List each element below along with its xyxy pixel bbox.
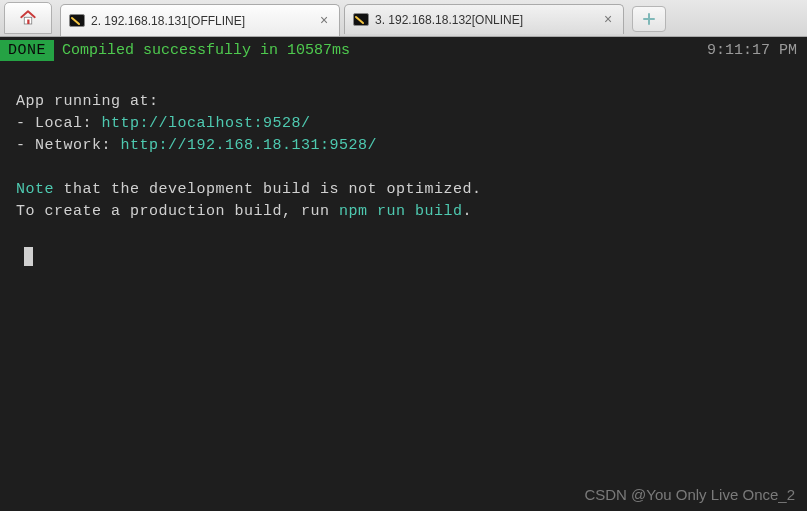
local-url: http://localhost:9528/ bbox=[102, 115, 311, 132]
compiled-message: Compiled successfully in 10587ms bbox=[62, 42, 350, 59]
svg-rect-1 bbox=[27, 20, 29, 25]
home-icon bbox=[19, 9, 37, 27]
plus-icon bbox=[643, 13, 655, 25]
terminal-output: App running at: - Local: http://localhos… bbox=[0, 63, 807, 266]
build-pre: To create a production build, run bbox=[16, 203, 339, 220]
local-url-line: - Local: http://localhost:9528/ bbox=[16, 113, 791, 135]
svg-rect-2 bbox=[70, 14, 85, 26]
note-line: Note that the development build is not o… bbox=[16, 179, 791, 201]
local-label: - Local: bbox=[16, 115, 102, 132]
build-post: . bbox=[463, 203, 473, 220]
tab-2-label: 3. 192.168.18.132[ONLINE] bbox=[375, 13, 595, 27]
build-cmd: npm run build bbox=[339, 203, 463, 220]
network-url-line: - Network: http://192.168.18.131:9528/ bbox=[16, 135, 791, 157]
clock: 9:11:17 PM bbox=[707, 42, 799, 59]
note-word: Note bbox=[16, 181, 54, 198]
terminal-icon bbox=[69, 13, 85, 29]
tab-2-close[interactable]: × bbox=[601, 13, 615, 27]
tab-2[interactable]: 3. 192.168.18.132[ONLINE] × bbox=[344, 4, 624, 34]
tab-bar: 2. 192.168.18.131[OFFLINE] × 3. 192.168.… bbox=[0, 0, 807, 37]
network-label: - Network: bbox=[16, 137, 121, 154]
svg-rect-3 bbox=[354, 13, 369, 25]
build-line: To create a production build, run npm ru… bbox=[16, 201, 791, 223]
tab-1-label: 2. 192.168.18.131[OFFLINE] bbox=[91, 14, 311, 28]
network-url: http://192.168.18.131:9528/ bbox=[121, 137, 378, 154]
note-rest: that the development build is not optimi… bbox=[54, 181, 482, 198]
watermark: CSDN @You Only Live Once_2 bbox=[584, 486, 795, 503]
home-button[interactable] bbox=[4, 2, 52, 34]
tab-1-close[interactable]: × bbox=[317, 14, 331, 28]
new-tab-button[interactable] bbox=[632, 6, 666, 32]
terminal-icon bbox=[353, 12, 369, 28]
app-running-line: App running at: bbox=[16, 91, 791, 113]
status-line: DONE Compiled successfully in 10587ms 9:… bbox=[0, 37, 807, 63]
tab-1-active[interactable]: 2. 192.168.18.131[OFFLINE] × bbox=[60, 4, 340, 36]
done-badge: DONE bbox=[0, 40, 54, 61]
terminal-pane[interactable]: DONE Compiled successfully in 10587ms 9:… bbox=[0, 37, 807, 511]
terminal-cursor bbox=[24, 247, 33, 266]
